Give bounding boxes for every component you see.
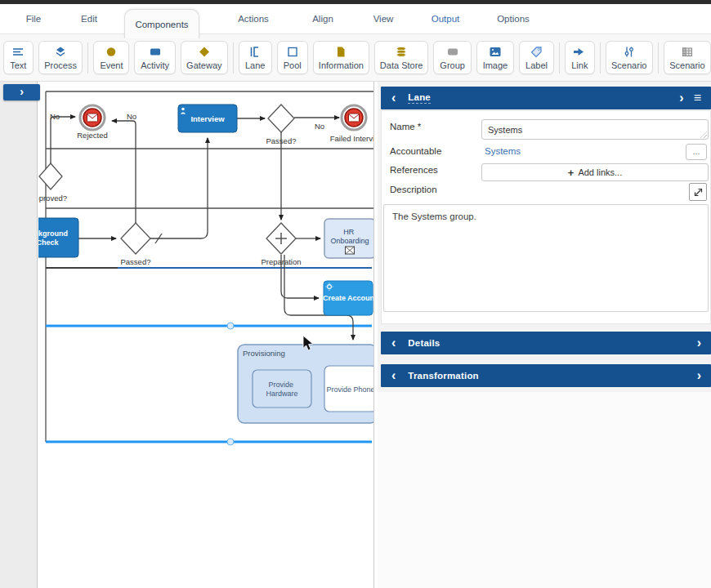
name-label: Name * [390,122,421,131]
description-expand-button[interactable] [689,183,707,201]
chevron-right-icon[interactable]: › [679,91,683,105]
accountable-value-link[interactable]: Systems [485,146,521,156]
toolbar-activity-button[interactable]: Activity [134,41,175,74]
activity-create-account[interactable]: Create Account [323,281,373,315]
menu-actions[interactable]: Actions [227,14,279,24]
toolbar-event-button[interactable]: Event [93,41,129,74]
toolbar-lane-button[interactable]: Lane [239,41,272,74]
flow-passed-no-to-rejected[interactable] [112,121,136,223]
toolbar-text-button[interactable]: Text [3,41,34,74]
gateway-approved[interactable]: Approved? [38,163,67,203]
lane-section-header[interactable]: ‹ Lane › ≡ [381,87,711,109]
label-tag-icon [530,46,544,58]
menu-tab-components[interactable]: Components [124,9,199,38]
link-arrow-icon [572,46,587,58]
toolbar-group-button[interactable]: Group [433,41,471,74]
selected-lane-boundary-top[interactable] [46,323,372,329]
diagram-canvas[interactable]: No No No Rejected Interview Passed? [38,82,374,588]
toolbar-link-button[interactable]: Link [565,41,595,74]
gateway-passed-top[interactable]: Passed? [266,105,297,145]
subprocess-label: Provisioning [243,349,285,358]
toolbar-gateway-button[interactable]: Gateway [181,41,228,74]
chevron-left-icon[interactable]: ‹ [391,336,396,350]
information-doc-icon [333,46,348,58]
expand-diagonal-icon [693,187,704,198]
flow-label: No [127,112,136,121]
gateway-label: Approved? [38,194,67,203]
menu-file[interactable]: File [10,14,57,24]
flow-passed-default-to-interview[interactable] [150,138,208,238]
references-label: References [390,165,438,175]
add-links-label: Add links... [578,167,622,177]
bpmn-diagram-svg: No No No Rejected Interview Passed? [38,82,373,588]
chevron-right-icon[interactable]: › [697,336,701,350]
toolbar-datastore-button[interactable]: Data Store [374,41,429,74]
toolbar-pool-button[interactable]: Pool [277,41,308,74]
activity-provide-hardware[interactable]: Provide Hardware [253,370,311,408]
toolbar-process-button[interactable]: Process [38,41,83,74]
left-panel-expander-button[interactable]: › [3,84,40,100]
toolbar-separator [87,42,88,74]
gateway-label: Passed? [266,136,297,145]
name-field-wrap [481,119,709,140]
activity-provide-phone[interactable]: Provide Phone [324,366,373,412]
chevron-right-icon[interactable]: › [697,369,701,382]
scenario-table-icon [680,46,695,58]
details-section-header[interactable]: ‹ Details › [381,332,711,354]
activity-background-check[interactable]: Background Check [38,218,78,257]
lane-resize-handle[interactable] [227,323,234,329]
datastore-icon [394,46,409,58]
flow-approved-no-to-rejected[interactable] [51,117,75,163]
event-failed-interview[interactable]: Failed Interview [330,105,373,143]
panel-menu-icon[interactable]: ≡ [694,91,701,105]
process-layers-icon [53,46,68,58]
menu-bar: File Edit Components Actions Align View … [0,4,711,33]
gateway-preparation[interactable]: Preparation [261,223,301,266]
lane-icon [248,46,262,58]
accountable-picker-button[interactable]: ... [686,144,707,160]
gateway-diamond-icon [197,46,212,58]
toolbar-label-button[interactable]: Label [519,41,554,74]
chevron-left-icon[interactable]: ‹ [391,91,396,105]
selected-lane-boundary-bottom[interactable] [46,439,372,445]
activity-label: Provide Phone [326,385,373,394]
event-label: Rejected [77,131,108,140]
activity-label: Provide Hardware [266,381,297,398]
event-rejected[interactable]: Rejected [77,105,108,140]
menu-view[interactable]: View [363,14,404,24]
toolbar-separator [559,42,560,74]
menu-output[interactable]: Output [422,14,469,24]
text-lines-icon [11,46,25,58]
scenario-sliders-icon [622,46,637,58]
activity-rect-icon [148,46,163,58]
lane-section-title: Lane [408,92,431,104]
activity-hr-onboarding[interactable]: HR Onboarding [324,219,373,258]
add-links-button[interactable]: + Add links... [481,163,709,181]
transformation-section-header[interactable]: ‹ Transformation › [381,364,711,387]
event-label: Failed Interview [330,134,373,143]
name-input[interactable] [481,119,709,140]
menu-edit[interactable]: Edit [65,14,113,24]
toolbar-image-button[interactable]: Image [476,41,514,74]
flow-label: No [315,122,324,131]
chevron-left-icon[interactable]: ‹ [391,369,396,382]
description-textarea[interactable]: The Systems group. [383,204,709,312]
lane-fields-card: Name * Accountable Systems ... Reference… [381,110,711,324]
toolbar-scenario-table-button[interactable]: Scenario [664,41,711,74]
toolbar-scenario-button[interactable]: Scenario [606,41,653,74]
event-circle-icon [104,46,118,58]
toolbar-separator [600,42,601,74]
gateway-passed-mid[interactable]: Passed? [121,223,151,266]
menu-align[interactable]: Align [301,14,345,24]
toolbar-separator [658,42,659,74]
activity-label: Create Account [323,294,373,302]
gateway-label: Passed? [121,257,151,266]
description-label: Description [390,185,437,194]
activity-label: Interview [190,114,225,123]
activity-interview[interactable]: Interview [178,105,237,132]
lane-resize-handle[interactable] [227,439,234,445]
message-marker-icon [346,247,355,254]
toolbar-information-button[interactable]: Information [313,41,369,74]
flow-label: No [50,112,60,121]
menu-options[interactable]: Options [487,14,539,24]
